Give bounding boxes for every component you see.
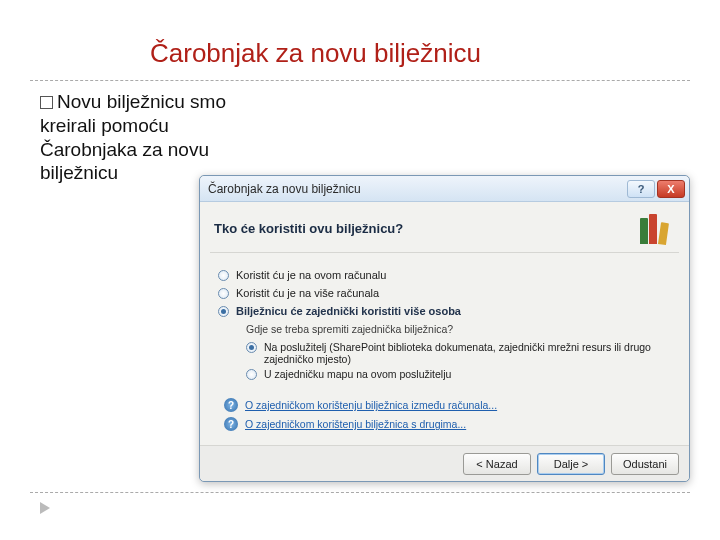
bullet-paragraph: Novu bilježnicu smo kreirali pomoću Čaro… (40, 90, 260, 185)
radio-icon (218, 306, 229, 317)
dialog-footer: < Nazad Dalje > Odustani (200, 445, 689, 481)
radio-icon (218, 288, 229, 299)
next-slide-arrow-icon (40, 502, 50, 514)
radio-icon (246, 342, 257, 353)
radio-icon (246, 369, 257, 380)
next-button[interactable]: Dalje > (537, 453, 605, 475)
info-icon: ? (224, 417, 238, 431)
bullet-marker-icon (40, 96, 53, 109)
help-button[interactable]: ? (627, 180, 655, 198)
option-label: Koristit ću je na ovom računalu (236, 269, 386, 281)
dialog-body: Koristit ću je na ovom računalu Koristit… (200, 253, 689, 438)
help-icon: ? (638, 183, 645, 195)
info-icon: ? (224, 398, 238, 412)
books-icon (637, 212, 675, 244)
close-button[interactable]: X (657, 180, 685, 198)
divider-bottom (30, 492, 690, 493)
option-this-computer[interactable]: Koristit ću je na ovom računalu (218, 269, 671, 281)
dialog-header: Tko će koristiti ovu bilježnicu? (200, 202, 689, 252)
cancel-button[interactable]: Odustani (611, 453, 679, 475)
suboption-server[interactable]: Na poslužitelj (SharePoint biblioteka do… (246, 341, 671, 365)
dialog-titlebar: Čarobnjak za novu bilježnicu ? X (200, 176, 689, 202)
option-label: Bilježnicu će zajednički koristiti više … (236, 305, 461, 317)
divider-top (30, 80, 690, 81)
bullet-text: Novu bilježnicu smo kreirali pomoću Čaro… (40, 91, 226, 183)
help-link-with-others[interactable]: O zajedničkom korištenju bilježnica s dr… (245, 418, 466, 430)
close-icon: X (667, 183, 674, 195)
help-link-row: ? O zajedničkom korištenju bilježnica iz… (224, 398, 671, 412)
option-label: Koristit ću je na više računala (236, 287, 379, 299)
wizard-dialog: Čarobnjak za novu bilježnicu ? X Tko će … (199, 175, 690, 482)
help-link-between-computers[interactable]: O zajedničkom korištenju bilježnica izme… (245, 399, 497, 411)
suboption-label: Na poslužitelj (SharePoint biblioteka do… (264, 341, 671, 365)
option-shared-people[interactable]: Bilježnicu će zajednički koristiti više … (218, 305, 671, 317)
dialog-heading: Tko će koristiti ovu bilježnicu? (214, 221, 403, 236)
back-button[interactable]: < Nazad (463, 453, 531, 475)
sub-question: Gdje se treba spremiti zajednička biljež… (246, 323, 671, 335)
suboption-label: U zajedničku mapu na ovom poslužitelju (264, 368, 451, 380)
option-multiple-computers[interactable]: Koristit ću je na više računala (218, 287, 671, 299)
slide-title: Čarobnjak za novu bilježnicu (150, 38, 481, 69)
radio-icon (218, 270, 229, 281)
help-links: ? O zajedničkom korištenju bilježnica iz… (224, 398, 671, 431)
dialog-title: Čarobnjak za novu bilježnicu (208, 182, 625, 196)
help-link-row: ? O zajedničkom korištenju bilježnica s … (224, 417, 671, 431)
suboption-shared-folder[interactable]: U zajedničku mapu na ovom poslužitelju (246, 368, 671, 380)
